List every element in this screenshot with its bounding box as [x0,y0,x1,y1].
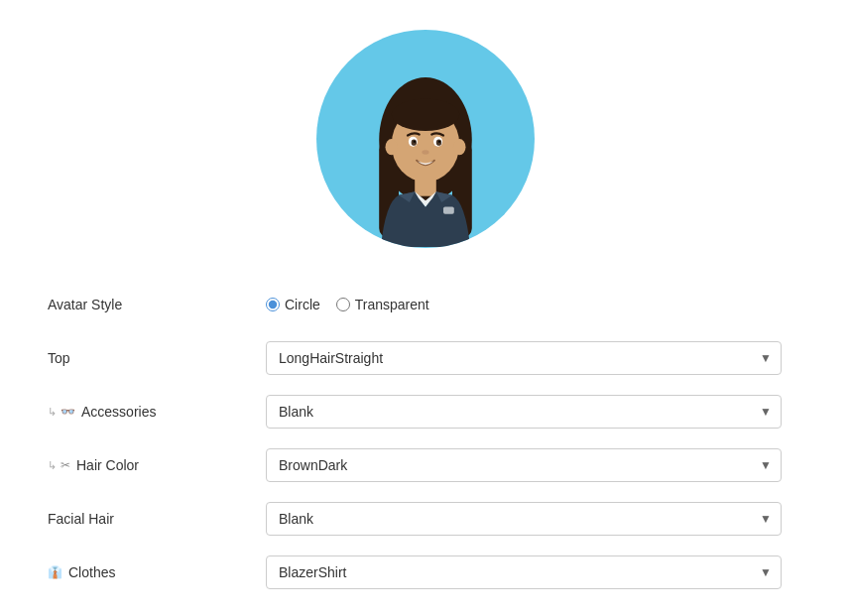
accessories-label-container: ↳ 👓 Accessories [48,404,250,420]
hair-color-label-container: ↳ ✂ Hair Color [48,457,250,473]
accessories-sub-icon: 👓 [61,405,75,419]
hair-color-sub-icon: ✂ [61,458,70,472]
page: Avatar Style Circle Transparent Top [0,0,850,616]
facial-hair-label: Facial Hair [48,511,114,527]
accessories-label: Accessories [81,404,156,420]
avatar-circle [316,30,535,248]
radio-circle-option[interactable]: Circle [266,297,320,312]
svg-point-12 [437,141,439,143]
radio-transparent-label: Transparent [355,297,429,312]
clothes-select[interactable]: BlazerShirt BlazerSweater CollarSweater … [266,555,782,589]
avatar-preview-container [40,30,810,248]
hair-color-select[interactable]: BrownDark Black Blonde Auburn Brown Blon… [266,448,782,482]
svg-rect-15 [443,207,454,214]
top-select[interactable]: LongHairStraight LongHairCurly ShortHair… [266,341,782,375]
facial-hair-select[interactable]: Blank BeardLight BeardMedium MoustacheFa… [266,502,782,536]
radio-transparent-option[interactable]: Transparent [336,297,429,312]
accessories-select[interactable]: Blank Kurt Prescription01 Sunglasses Way… [266,395,782,429]
svg-point-11 [413,141,415,143]
hair-color-label: Hair Color [76,457,139,473]
avatar-style-label: Avatar Style [48,297,122,312]
clothes-icon: 👔 [48,565,62,579]
hair-color-row: ↳ ✂ Hair Color BrownDark Black Blonde Au… [40,440,810,490]
radio-circle-label: Circle [285,297,320,312]
accessories-indent-icon: ↳ [48,406,57,419]
avatar-svg [336,50,515,248]
clothes-label-container: 👔 Clothes [48,564,250,580]
form-table: Avatar Style Circle Transparent Top [40,276,810,601]
facial-hair-row: Facial Hair Blank BeardLight BeardMedium… [40,494,810,544]
hair-color-indent-icon: ↳ [48,459,57,472]
svg-point-6 [452,139,465,155]
radio-circle-input[interactable] [266,298,280,311]
avatar-style-row: Avatar Style Circle Transparent [40,280,810,329]
radio-transparent-input[interactable] [336,298,350,311]
clothes-label: Clothes [68,564,115,580]
clothes-row: 👔 Clothes BlazerShirt BlazerSweater Coll… [40,548,810,597]
svg-point-13 [422,150,428,155]
top-row: Top LongHairStraight LongHairCurly Short… [40,333,810,383]
svg-rect-14 [415,179,436,196]
avatar-style-radio-group: Circle Transparent [266,297,802,312]
accessories-row: ↳ 👓 Accessories Blank Kurt Prescription0… [40,387,810,436]
svg-point-4 [391,99,458,131]
top-select-wrapper: LongHairStraight LongHairCurly ShortHair… [266,341,782,375]
facial-hair-select-wrapper: Blank BeardLight BeardMedium MoustacheFa… [266,502,782,536]
svg-point-5 [385,139,398,155]
clothes-select-wrapper: BlazerShirt BlazerSweater CollarSweater … [266,555,782,589]
accessories-select-wrapper: Blank Kurt Prescription01 Sunglasses Way… [266,395,782,429]
hair-color-select-wrapper: BrownDark Black Blonde Auburn Brown Blon… [266,448,782,482]
top-label: Top [48,350,70,366]
